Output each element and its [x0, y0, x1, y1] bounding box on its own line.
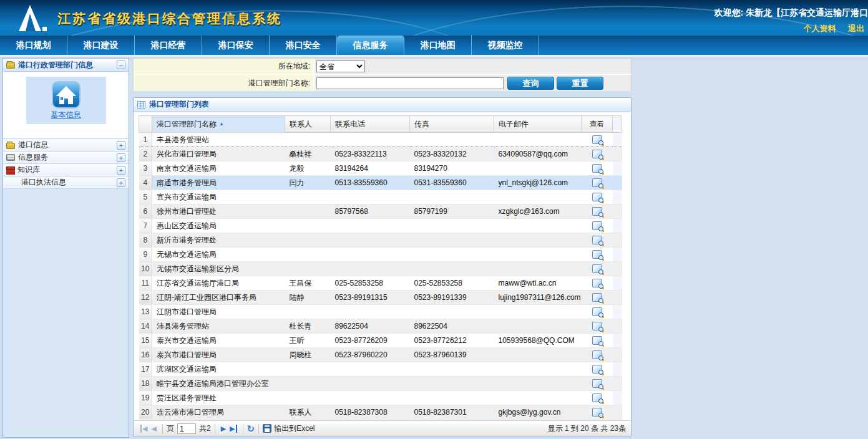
view-detail-icon[interactable] — [592, 365, 602, 374]
next-page-button[interactable]: ▶ — [221, 425, 226, 433]
table-row[interactable]: 2兴化市港口管理局桑桂祥0523-833221130523-8332013263… — [139, 147, 622, 162]
view-detail-icon[interactable] — [592, 207, 602, 216]
table-row[interactable]: 15泰兴市交通运输局王昕0523-877262090523-8772621210… — [139, 334, 622, 348]
column-header-联系电话[interactable]: 联系电话 — [331, 116, 410, 133]
view-detail-icon[interactable] — [592, 250, 602, 259]
dept-name-label: 港口管理部门名称: — [134, 75, 315, 91]
view-detail-icon[interactable] — [592, 264, 602, 273]
table-row[interactable]: 11江苏省交通运输厅港口局王昌保025-52853258025-52853258… — [139, 276, 622, 291]
view-detail-icon[interactable] — [592, 279, 602, 287]
fax-cell: 0523-83320132 — [410, 147, 494, 162]
table-row[interactable]: 4南通市港务管理局闫力0513-835593600531-83559360ynl… — [139, 176, 622, 190]
table-row[interactable]: 19贾汪区港务管理处 — [139, 391, 622, 405]
refresh-icon[interactable]: ↻ — [247, 423, 255, 435]
dept-name-cell: 无锡市交通运输新区分局 — [152, 262, 285, 276]
table-row[interactable]: 10无锡市交通运输新区分局 — [139, 262, 622, 276]
view-detail-icon[interactable] — [592, 350, 602, 359]
view-detail-icon[interactable] — [592, 178, 602, 187]
table-row[interactable]: 17滨湖区交通运输局 — [139, 362, 622, 377]
nav-tab-视频监控[interactable]: 视频监控 — [472, 36, 539, 55]
nav-tab-港口保安[interactable]: 港口保安 — [202, 36, 270, 55]
first-page-button[interactable]: ◀ — [140, 425, 147, 433]
phone-cell — [331, 133, 410, 147]
phone-cell — [331, 233, 410, 248]
sidebar-item-知识库[interactable]: 知识库 — [3, 164, 129, 176]
collapse-button[interactable] — [117, 60, 125, 69]
table-row[interactable]: 12江阴-靖江工业园区港口事务局陆静0523-891913150523-8919… — [139, 291, 622, 305]
view-detail-icon[interactable] — [592, 393, 602, 402]
nav-tab-港口规划[interactable]: 港口规划 — [0, 36, 67, 55]
table-row[interactable]: 6徐州市港口管理处8579756885797199xzgkglc@163.com — [139, 205, 622, 219]
table-row[interactable]: 14沛县港务管理站杜长青8962250489622504 — [139, 319, 622, 334]
table-row[interactable]: 7惠山区交通运输局 — [139, 219, 622, 233]
profile-link[interactable]: 个人资料 — [803, 24, 836, 33]
dept-name-cell: 沛县港务管理站 — [152, 319, 285, 334]
nav-tab-信息服务[interactable]: 信息服务 — [337, 36, 404, 55]
column-header-传真[interactable]: 传真 — [410, 116, 494, 133]
table-row[interactable]: 8新沂市港务管理处 — [139, 233, 622, 248]
phone-cell: 0523-83322113 — [331, 147, 410, 162]
view-detail-icon[interactable] — [592, 379, 602, 388]
expand-button[interactable] — [117, 178, 125, 187]
nav-tab-港口建设[interactable]: 港口建设 — [67, 36, 135, 55]
phone-cell: 85797568 — [331, 205, 410, 219]
column-header-联系人[interactable]: 联系人 — [285, 116, 331, 133]
dept-name-cell: 惠山区交通运输局 — [152, 219, 285, 233]
total-pages-label: 共2 — [199, 423, 211, 434]
sidebar-item-label: 信息服务 — [18, 152, 117, 163]
table-row[interactable]: 16泰兴市港口管理局周晓柱0523-879602200523-87960139 — [139, 348, 622, 362]
view-detail-icon[interactable] — [592, 236, 602, 244]
column-header-电子邮件[interactable]: 电子邮件 — [494, 116, 582, 133]
row-number-cell: 6 — [139, 205, 152, 219]
table-row[interactable]: 3南京市交通运输局龙毅8319426483194270 — [139, 162, 622, 176]
dept-name-cell: 泰兴市交通运输局 — [152, 334, 285, 348]
column-header-查看[interactable]: 查看 — [582, 116, 613, 133]
logout-link[interactable]: 退出 — [848, 24, 864, 33]
expand-button[interactable] — [117, 166, 125, 175]
expand-button[interactable] — [117, 153, 125, 162]
table-row[interactable]: 5宜兴市交通运输局 — [139, 190, 622, 205]
sidebar-item-港口执法信息[interactable]: 港口执法信息 — [3, 176, 129, 189]
view-detail-icon[interactable] — [592, 307, 602, 316]
phone-cell: 83194264 — [331, 162, 410, 176]
export-excel-button[interactable]: 输出到Excel — [263, 423, 315, 434]
nav-tab-港口安全[interactable]: 港口安全 — [270, 36, 337, 55]
contact-cell: 闫力 — [285, 176, 331, 190]
view-detail-icon[interactable] — [592, 408, 602, 417]
view-detail-icon[interactable] — [592, 221, 602, 230]
email-cell — [494, 377, 582, 391]
sidebar-item-港口信息[interactable]: 港口信息 — [3, 139, 129, 152]
table-row[interactable]: 18睢宁县交通运输局港口管理办公室 — [139, 377, 622, 391]
table-row[interactable]: 20连云港市港口管理局联系人0518-823873080518-82387301… — [139, 405, 622, 420]
sidebar-item-basic-info[interactable]: 基本信息 — [26, 77, 106, 124]
nav-tab-港口经营[interactable]: 港口经营 — [135, 36, 202, 55]
view-detail-icon[interactable] — [592, 193, 602, 201]
view-detail-icon[interactable] — [592, 164, 602, 173]
prev-page-button[interactable]: ◀ — [151, 425, 156, 433]
dept-name-input[interactable] — [316, 77, 504, 89]
view-detail-icon[interactable] — [592, 322, 602, 330]
last-page-button[interactable]: ▶ — [230, 425, 237, 433]
table-row[interactable]: 1丰县港务管理站 — [139, 133, 622, 147]
fax-cell: 89622504 — [410, 319, 494, 334]
contact-cell — [285, 205, 331, 219]
row-number-cell: 2 — [139, 147, 152, 162]
page-number-input[interactable] — [177, 423, 196, 434]
sidebar-accordion-header[interactable]: 港口行政管理部门信息 — [3, 59, 129, 72]
view-detail-icon[interactable] — [592, 150, 602, 158]
view-detail-icon[interactable] — [592, 293, 602, 302]
email-cell: gkjbgs@lyg.gov.cn — [494, 405, 582, 420]
view-detail-icon[interactable] — [592, 336, 602, 345]
column-header-港口管理部门名称[interactable]: 港口管理部门名称▲ — [152, 116, 285, 133]
sidebar-item-信息服务[interactable]: 信息服务 — [3, 152, 129, 164]
table-row[interactable]: 9无锡市交通运输局 — [139, 248, 622, 262]
view-detail-icon[interactable] — [592, 135, 602, 144]
expand-button[interactable] — [117, 141, 125, 150]
region-select[interactable]: 全省 — [316, 60, 365, 72]
table-row[interactable]: 13江阴市港口管理局 — [139, 305, 622, 319]
reset-button[interactable]: 重置 — [557, 77, 603, 90]
contact-cell — [285, 248, 331, 262]
search-button[interactable]: 查询 — [507, 77, 554, 90]
nav-tab-港口地图[interactable]: 港口地图 — [404, 36, 472, 55]
dept-name-cell: 兴化市港口管理局 — [152, 147, 285, 162]
